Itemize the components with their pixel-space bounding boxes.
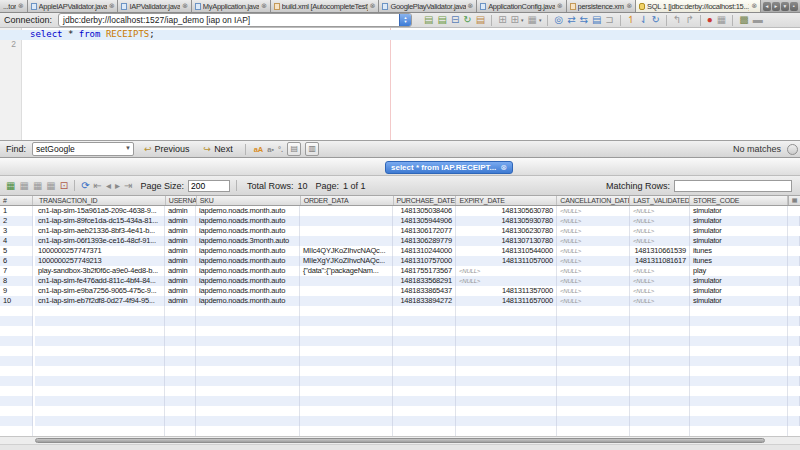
close-icon[interactable]: ⊗ bbox=[109, 2, 115, 10]
cell-cancellation-date[interactable]: <NULL> bbox=[557, 296, 630, 306]
search-selection-toggle[interactable]: ▤ bbox=[287, 142, 301, 156]
cell-last-validated[interactable]: 1481310661539 bbox=[630, 246, 690, 256]
horizontal-scrollbar[interactable] bbox=[0, 436, 800, 444]
cell-purchase-date[interactable]: 1481833865437 bbox=[393, 286, 456, 296]
undo-icon[interactable]: ↰ bbox=[673, 14, 681, 26]
cell-cancellation-date[interactable]: <NULL> bbox=[557, 256, 630, 266]
column-header-purchase-date[interactable]: PURCHASE_DATE bbox=[394, 196, 457, 205]
dropdown-caret-icon[interactable]: ▾ bbox=[521, 17, 524, 23]
cell-expiry-date[interactable]: 1481305930780 bbox=[456, 216, 557, 226]
rollback-icon[interactable]: ⇃ bbox=[639, 14, 647, 26]
cell-expiry-date[interactable]: 1481311057000 bbox=[456, 256, 557, 266]
cell-order-data[interactable] bbox=[300, 286, 393, 296]
connection-stepper[interactable]: ▲▼ bbox=[399, 14, 411, 26]
close-icon[interactable]: ⊗ bbox=[500, 163, 507, 172]
cell-sku[interactable]: iapdemo.noads.3month.auto bbox=[196, 236, 300, 246]
table-row[interactable]: 61000000257749213adminiapdemo.noads.mont… bbox=[0, 256, 800, 266]
cell-transaction-id[interactable]: cn1-iap-sim-fe476add-811c-4bf4-84... bbox=[35, 276, 165, 286]
cell-transaction-id[interactable]: 1000000257747371 bbox=[35, 246, 165, 256]
cell-store-code[interactable]: simulator bbox=[690, 276, 788, 286]
cell-last-validated[interactable]: <NULL> bbox=[630, 296, 690, 306]
column-header-cancellation-date[interactable]: CANCELLATION_DATE bbox=[557, 196, 630, 205]
cell-purchase-date[interactable]: 1481833894272 bbox=[393, 296, 456, 306]
cell--[interactable]: 5 bbox=[0, 246, 33, 256]
reconnect-icon[interactable]: ↻ bbox=[463, 14, 471, 26]
cell-last-validated[interactable]: <NULL> bbox=[630, 276, 690, 286]
cell-sku[interactable]: iapdemo.noads.month.auto bbox=[196, 246, 300, 256]
close-icon[interactable]: ⊗ bbox=[557, 2, 563, 10]
table-row[interactable]: 8cn1-iap-sim-fe476add-811c-4bf4-84...adm… bbox=[0, 276, 800, 286]
cell-username[interactable]: admin bbox=[165, 246, 196, 256]
cell-purchase-date[interactable]: 1481305944906 bbox=[393, 216, 456, 226]
cell-sku[interactable]: iapdemo.noads.month.auto bbox=[196, 256, 300, 266]
cell-cancellation-date[interactable]: <NULL> bbox=[557, 266, 630, 276]
cell-username[interactable]: admin bbox=[165, 236, 196, 246]
code-line[interactable]: select * from RECEIPTS; bbox=[0, 30, 800, 40]
cell-expiry-date[interactable]: 1481310544000 bbox=[456, 246, 557, 256]
cell-last-validated[interactable]: 1481311081617 bbox=[630, 256, 690, 266]
cell-store-code[interactable]: simulator bbox=[690, 296, 788, 306]
detach-result-icon[interactable]: ⊡ bbox=[60, 180, 68, 192]
save-script-icon[interactable]: ⊞ bbox=[511, 14, 519, 26]
cell-sku[interactable]: iapdemo.noads.month.auto bbox=[196, 206, 300, 216]
cell--[interactable]: 1 bbox=[0, 206, 33, 216]
new-editor-icon[interactable]: ▤ bbox=[476, 14, 485, 26]
cell-expiry-date[interactable]: 1481307130780 bbox=[456, 236, 557, 246]
cell-username[interactable]: admin bbox=[165, 256, 196, 266]
execute-icon[interactable]: ⇄ bbox=[567, 14, 575, 26]
cell-expiry-date[interactable]: 1481311357000 bbox=[456, 286, 557, 296]
cell--[interactable]: 3 bbox=[0, 226, 33, 236]
tab-myapplication-java[interactable]: MyApplication.java⊗ bbox=[192, 0, 271, 12]
column-header--[interactable]: # bbox=[0, 196, 33, 205]
save-file-icon[interactable]: ▤ bbox=[438, 14, 447, 26]
find-combobox[interactable]: ▼ bbox=[32, 142, 134, 156]
column-header-transaction-id[interactable]: TRANSACTION_ID bbox=[36, 196, 166, 205]
column-header-store-code[interactable]: STORE_CODE bbox=[690, 196, 788, 205]
matching-rows-input[interactable] bbox=[674, 180, 792, 192]
cell-order-data[interactable]: MIIc4QYJKoZIhvcNAQc... bbox=[300, 246, 393, 256]
cell-transaction-id[interactable]: 1000000257749213 bbox=[35, 256, 165, 266]
table-row[interactable]: 9cn1-iap-sim-e9ba7256-9065-475c-9...admi… bbox=[0, 286, 800, 296]
close-icon[interactable]: ⊗ bbox=[182, 2, 188, 10]
sql-editor[interactable]: 12 select * from RECEIPTS; bbox=[0, 28, 800, 140]
sql-history-icon[interactable]: ⊟ bbox=[451, 14, 459, 26]
cell-cancellation-date[interactable]: <NULL> bbox=[557, 286, 630, 296]
cell-order-data[interactable] bbox=[300, 236, 393, 246]
cell--[interactable]: 6 bbox=[0, 256, 33, 266]
find-input[interactable] bbox=[33, 143, 122, 155]
cell-username[interactable]: admin bbox=[165, 266, 196, 276]
cell-cancellation-date[interactable]: <NULL> bbox=[557, 216, 630, 226]
grid-view-icon[interactable]: ▦ bbox=[6, 180, 15, 192]
cell-purchase-date[interactable]: 1481306289779 bbox=[393, 236, 456, 246]
column-header-sku[interactable]: SKU bbox=[197, 196, 301, 205]
cell-purchase-date[interactable]: 1481305038406 bbox=[393, 206, 456, 216]
execute-current-icon[interactable]: ⇆ bbox=[580, 14, 588, 26]
record-icon[interactable]: ● bbox=[707, 14, 713, 26]
close-icon[interactable]: ⊗ bbox=[626, 2, 632, 10]
page-size-input[interactable] bbox=[188, 180, 230, 192]
match-case-icon[interactable]: a▪ bbox=[267, 145, 274, 154]
tab--tor[interactable]: ...tor⊗ bbox=[0, 0, 28, 12]
table-row[interactable]: 4cn1-iap-sim-06f1393e-ce16-48cf-91...adm… bbox=[0, 236, 800, 246]
cell-order-data[interactable] bbox=[300, 226, 393, 236]
scrollbar-thumb[interactable] bbox=[35, 438, 765, 443]
wrap-search-toggle[interactable]: ▥ bbox=[305, 142, 319, 156]
reload-icon[interactable]: ⟳ bbox=[81, 180, 89, 192]
auto-commit-icon[interactable]: ↻ bbox=[652, 14, 660, 26]
open-file-icon[interactable]: ▤ bbox=[424, 14, 433, 26]
cell-transaction-id[interactable]: cn1-iap-sim-89fce1da-dc15-434a-81... bbox=[35, 216, 165, 226]
table-row[interactable]: 1cn1-iap-sim-15a961a5-209c-4638-9...admi… bbox=[0, 206, 800, 216]
cell--[interactable]: 10 bbox=[0, 296, 33, 306]
cell-order-data[interactable] bbox=[300, 296, 393, 306]
first-page-icon[interactable]: ⇤ bbox=[94, 180, 102, 192]
cell-transaction-id[interactable]: cn1-iap-sim-e9ba7256-9065-475c-9... bbox=[35, 286, 165, 296]
form-view-icon[interactable]: ▦ bbox=[33, 180, 42, 192]
tab-iapvalidator-java[interactable]: IAPValidator.java⊗ bbox=[118, 0, 191, 12]
cell-store-code[interactable]: itunes bbox=[690, 256, 788, 266]
last-page-icon[interactable]: ⇥ bbox=[124, 180, 132, 192]
cell-cancellation-date[interactable]: <NULL> bbox=[557, 206, 630, 216]
cell--[interactable]: 8 bbox=[0, 276, 33, 286]
cell-expiry-date[interactable]: 1481306230780 bbox=[456, 226, 557, 236]
tab-googleplayvalidator-java[interactable]: GooglePlayValidator.java⊗ bbox=[379, 0, 477, 12]
cell-purchase-date[interactable]: 1481310244000 bbox=[393, 246, 456, 256]
